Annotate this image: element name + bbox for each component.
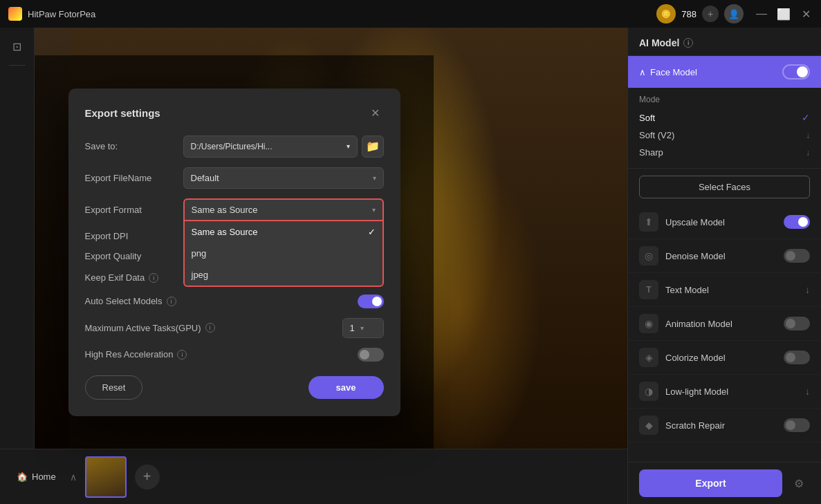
colorize-model-toggle[interactable] bbox=[784, 351, 810, 364]
export-settings-modal: Export settings ✕ Save to: D:/Users/Pict… bbox=[68, 88, 400, 416]
max-tasks-row: Maximum Active Tasks(GPU) i 1 ▾ bbox=[85, 318, 384, 338]
format-option-png[interactable]: png bbox=[185, 243, 382, 264]
crop-tool-button[interactable]: ⊡ bbox=[6, 35, 29, 58]
high-res-label-area: High Res Acceleration i bbox=[85, 349, 187, 360]
animation-model-left: ◉ Animation Model bbox=[639, 314, 732, 333]
bottom-panel: 🏠 Home ∧ + bbox=[0, 449, 627, 504]
keep-exif-label: Keep Exif Data bbox=[85, 272, 145, 283]
export-area: Export ⚙ bbox=[628, 462, 821, 504]
export-filename-row: Export FileName Default ▾ bbox=[85, 167, 384, 189]
user-area: 🪙 788 + 👤 bbox=[656, 4, 744, 24]
expand-icon: ↓ bbox=[805, 284, 810, 295]
denoise-model-toggle[interactable] bbox=[784, 249, 810, 263]
face-model-toggle-knob bbox=[797, 66, 808, 77]
save-path-select[interactable]: D:/Users/Pictures/Hi... ▾ bbox=[183, 136, 358, 158]
app-logo-icon bbox=[8, 7, 22, 21]
format-option-same-as-source[interactable]: Same as Source ✓ bbox=[185, 221, 382, 243]
lowlight-model-name: Low-light Model bbox=[665, 386, 728, 397]
save-to-control: D:/Users/Pictures/Hi... ▾ 📁 bbox=[183, 136, 384, 158]
restore-button[interactable]: ⬜ bbox=[777, 7, 791, 21]
modal-overlay: Export settings ✕ Save to: D:/Users/Pict… bbox=[35, 55, 434, 449]
upscale-model-left: ⬆ Upscale Model bbox=[639, 212, 725, 232]
collapse-panel-button[interactable]: ∧ bbox=[70, 472, 77, 483]
high-res-toggle[interactable] bbox=[358, 348, 384, 362]
max-tasks-value: 1 bbox=[350, 323, 355, 333]
download-icon: ↓ bbox=[806, 131, 810, 140]
text-model-item: T Text Model ↓ bbox=[628, 273, 821, 307]
colorize-model-left: ◈ Colorize Model bbox=[639, 348, 726, 367]
add-media-button[interactable]: + bbox=[135, 465, 160, 489]
minimize-button[interactable]: — bbox=[755, 7, 768, 21]
export-filename-select[interactable]: Default ▾ bbox=[183, 167, 384, 189]
add-coins-button[interactable]: + bbox=[702, 6, 719, 22]
animation-model-item: ◉ Animation Model bbox=[628, 307, 821, 341]
scratch-repair-icon: ◆ bbox=[639, 416, 658, 435]
auto-select-info-icon: i bbox=[167, 297, 176, 306]
mode-item-soft-v2[interactable]: Soft (V2) ↓ bbox=[639, 127, 810, 144]
download-icon: ↓ bbox=[806, 148, 810, 158]
mode-section: Mode Soft ✓ Soft (V2) ↓ Sharp ↓ bbox=[628, 88, 821, 169]
auto-select-toggle[interactable] bbox=[358, 295, 384, 308]
export-format-selected[interactable]: Same as Source ▾ bbox=[183, 198, 384, 221]
animation-model-toggle[interactable] bbox=[784, 317, 810, 330]
export-quality-label: Export Quality bbox=[85, 251, 175, 261]
chevron-down-icon: ▾ bbox=[360, 324, 364, 332]
upscale-model-item: ⬆ Upscale Model bbox=[628, 205, 821, 239]
format-option-label: jpeg bbox=[192, 270, 209, 280]
max-tasks-label: Maximum Active Tasks(GPU) bbox=[85, 323, 201, 333]
modal-close-button[interactable]: ✕ bbox=[367, 105, 384, 122]
keep-exif-label-area: Keep Exif Data i bbox=[85, 272, 159, 283]
app-branding: HitPaw FotorPea bbox=[8, 7, 95, 21]
scratch-repair-toggle[interactable] bbox=[784, 418, 810, 432]
close-button[interactable]: ✕ bbox=[799, 7, 813, 21]
high-res-info-icon: i bbox=[177, 350, 187, 360]
face-model-toggle[interactable] bbox=[782, 64, 810, 80]
auto-select-row: Auto Select Models i bbox=[85, 295, 384, 308]
home-label: Home bbox=[32, 472, 56, 482]
reset-button[interactable]: Reset bbox=[85, 375, 143, 400]
home-button[interactable]: 🏠 Home bbox=[11, 472, 62, 482]
max-tasks-select[interactable]: 1 ▾ bbox=[342, 318, 384, 338]
colorize-model-item: ◈ Colorize Model bbox=[628, 341, 821, 375]
mode-sharp-label: Sharp bbox=[639, 147, 663, 158]
save-to-label: Save to: bbox=[85, 141, 175, 151]
high-res-row: High Res Acceleration i bbox=[85, 348, 384, 362]
lowlight-model-icon: ◑ bbox=[639, 382, 658, 401]
modal-header: Export settings ✕ bbox=[85, 105, 384, 122]
lowlight-model-controls: ↓ bbox=[805, 386, 810, 397]
animation-model-icon: ◉ bbox=[639, 314, 658, 333]
face-model-title: ∧ Face Model bbox=[639, 67, 697, 77]
face-model-section: ∧ Face Model bbox=[628, 56, 821, 88]
mode-item-sharp[interactable]: Sharp ↓ bbox=[639, 144, 810, 161]
media-thumbnail[interactable] bbox=[85, 456, 127, 498]
mode-soft-label: Soft bbox=[639, 113, 655, 123]
export-button[interactable]: Export bbox=[639, 469, 782, 497]
right-panel-header: AI Model i bbox=[628, 28, 821, 56]
keep-exif-info-icon: i bbox=[149, 273, 158, 283]
format-option-jpeg[interactable]: jpeg bbox=[185, 264, 382, 286]
titlebar-right: 🪙 788 + 👤 — ⬜ ✕ bbox=[656, 4, 813, 24]
upscale-model-icon: ⬆ bbox=[639, 212, 658, 232]
upscale-model-toggle[interactable] bbox=[784, 215, 810, 229]
ai-model-title: AI Model i bbox=[639, 37, 810, 48]
select-faces-button[interactable]: Select Faces bbox=[639, 176, 810, 198]
chevron-down-icon: ▾ bbox=[372, 206, 376, 214]
save-button[interactable]: save bbox=[308, 376, 384, 399]
export-settings-icon[interactable]: ⚙ bbox=[788, 472, 810, 494]
titlebar: HitPaw FotorPea 🪙 788 + 👤 — ⬜ ✕ bbox=[0, 0, 821, 28]
right-panel-content: ∧ Face Model Mode Soft ✓ Soft (V2) ↓ bbox=[628, 56, 821, 462]
modal-title: Export settings bbox=[85, 107, 160, 119]
animation-model-name: Animation Model bbox=[665, 319, 732, 329]
upscale-model-name: Upscale Model bbox=[665, 217, 725, 227]
export-dpi-label: Export DPI bbox=[85, 231, 175, 241]
denoise-model-left: ◎ Denoise Model bbox=[639, 246, 726, 265]
mode-item-soft[interactable]: Soft ✓ bbox=[639, 109, 810, 127]
denoise-model-icon: ◎ bbox=[639, 246, 658, 265]
lowlight-model-item: ◑ Low-light Model ↓ bbox=[628, 375, 821, 409]
format-option-label: png bbox=[192, 248, 207, 259]
scratch-repair-left: ◆ Scratch Repair bbox=[639, 416, 725, 435]
high-res-label: High Res Acceleration bbox=[85, 349, 174, 360]
user-avatar[interactable]: 👤 bbox=[724, 4, 744, 24]
mode-label: Mode bbox=[639, 95, 810, 104]
browse-folder-button[interactable]: 📁 bbox=[362, 136, 384, 158]
